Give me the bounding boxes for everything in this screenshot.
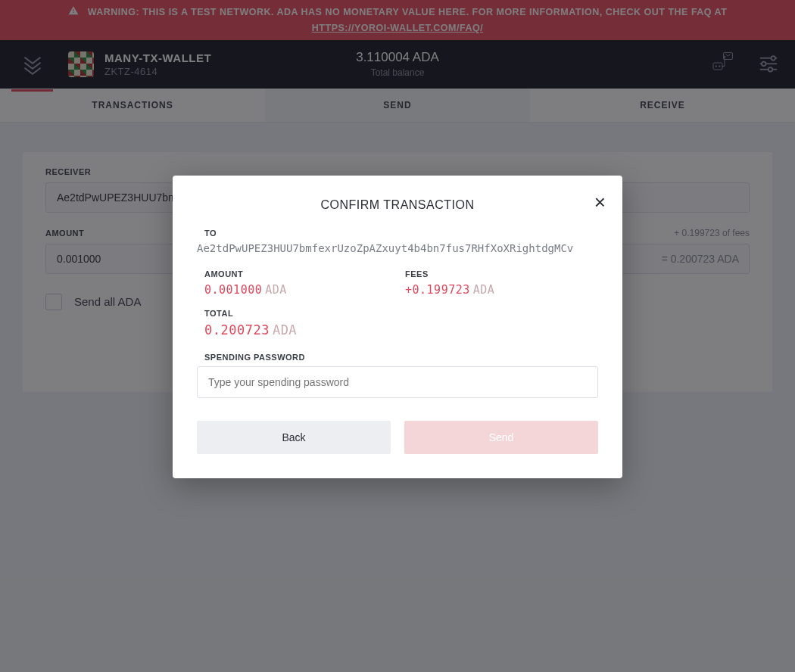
confirm-transaction-dialog: CONFIRM TRANSACTION × TO Ae2tdPwUPEZ3HUU… bbox=[173, 176, 622, 478]
modal-amount-value: 0.001000ADA bbox=[204, 283, 398, 297]
dialog-title: CONFIRM TRANSACTION bbox=[197, 198, 598, 212]
modal-fees-value: +0.199723ADA bbox=[405, 283, 598, 297]
close-icon[interactable]: × bbox=[594, 192, 606, 212]
modal-amount-label: AMOUNT bbox=[204, 269, 398, 278]
modal-total-value: 0.200723ADA bbox=[204, 322, 598, 338]
modal-fees-label: FEES bbox=[405, 269, 598, 278]
back-button[interactable]: Back bbox=[197, 421, 391, 454]
to-label: TO bbox=[197, 229, 598, 238]
spending-password-input[interactable] bbox=[197, 366, 598, 398]
to-address: Ae2tdPwUPEZ3HUU7bmfexrUzoZpAZxuyt4b4bn7f… bbox=[197, 242, 598, 254]
modal-total-label: TOTAL bbox=[204, 309, 598, 318]
send-button[interactable]: Send bbox=[404, 421, 598, 454]
spending-password-label: SPENDING PASSWORD bbox=[204, 353, 598, 362]
